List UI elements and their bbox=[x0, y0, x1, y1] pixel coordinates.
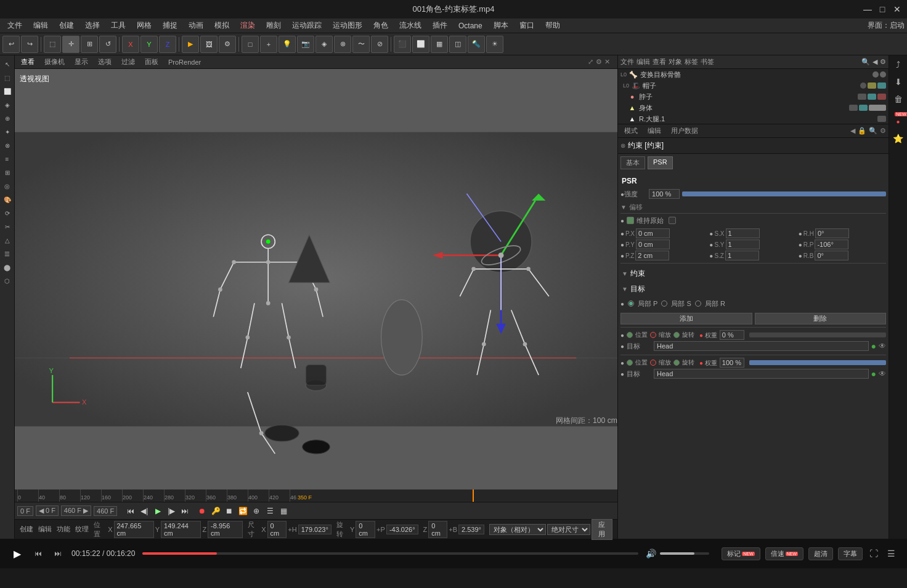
size-y[interactable]: 0 cm bbox=[356, 521, 375, 538]
timeline-ruler[interactable]: 0 40 80 120 160 200 240 280 320 360 380 … bbox=[15, 489, 617, 502]
z-axis[interactable]: Z bbox=[159, 36, 176, 53]
play-pause-button[interactable]: ▶ bbox=[10, 546, 25, 561]
left-tool-14[interactable]: △ bbox=[1, 234, 14, 246]
window-controls[interactable]: — □ ✕ bbox=[863, 4, 902, 14]
menu-animate[interactable]: 动画 bbox=[184, 19, 208, 32]
maintain-orig-checkbox2[interactable] bbox=[669, 217, 676, 224]
scale-tool[interactable]: ⊞ bbox=[81, 36, 98, 53]
weight1-slider[interactable] bbox=[749, 332, 886, 337]
tab-function[interactable]: 功能 bbox=[57, 525, 70, 534]
coord-mode-select[interactable]: 对象（相对） bbox=[489, 524, 546, 535]
menu-simulate[interactable]: 模拟 bbox=[209, 19, 234, 32]
obj-row-skeleton[interactable]: L0 🦴 变换目标骨骼 bbox=[618, 69, 889, 80]
prop-tab-mode[interactable]: 模式 bbox=[620, 125, 641, 137]
tab-create[interactable]: 创建 bbox=[20, 525, 33, 534]
download-icon[interactable]: ⬇ bbox=[892, 75, 905, 89]
settings-button[interactable]: ☰ bbox=[885, 547, 897, 560]
input-rh[interactable] bbox=[815, 228, 849, 238]
target2-eye-icon[interactable]: 👁 bbox=[879, 369, 886, 378]
close-viewport-icon[interactable]: ✕ bbox=[604, 58, 610, 66]
expand-icon[interactable]: ⤢ bbox=[588, 58, 593, 66]
view-btn3[interactable]: ▦ bbox=[431, 36, 448, 53]
target1-val[interactable]: Head bbox=[654, 341, 868, 351]
input-sy[interactable] bbox=[726, 240, 760, 249]
view-btn5[interactable]: 🔦 bbox=[468, 36, 485, 53]
local-r-radio[interactable] bbox=[695, 300, 701, 307]
input-sz[interactable] bbox=[725, 251, 759, 260]
obj-header-tag[interactable]: 标签 bbox=[685, 57, 698, 66]
input-py[interactable] bbox=[636, 240, 670, 249]
weight2-slider[interactable] bbox=[749, 360, 886, 365]
obj-row-body[interactable]: ▲ 身体 bbox=[618, 102, 889, 113]
weight2-val[interactable]: 100 % bbox=[720, 358, 744, 368]
extra-btn3[interactable]: ▦ bbox=[277, 505, 290, 517]
strength-value[interactable]: 100 % bbox=[649, 189, 680, 199]
menu-create[interactable]: 创建 bbox=[54, 19, 79, 32]
menu-pipeline[interactable]: 流水线 bbox=[394, 19, 426, 32]
extra-btn1[interactable]: ⊕ bbox=[250, 505, 262, 517]
left-tool-15[interactable]: ☰ bbox=[1, 248, 14, 260]
input-rb[interactable] bbox=[815, 251, 848, 260]
left-tool-1[interactable]: ↖ bbox=[1, 58, 14, 70]
frame-end[interactable]: 460 F ▶ bbox=[61, 505, 91, 516]
cam-tool[interactable]: 📷 bbox=[297, 36, 314, 53]
prev-frame-button[interactable]: ⏮ bbox=[32, 547, 44, 560]
add-obj[interactable]: + bbox=[260, 36, 277, 53]
key-btn[interactable]: 🔑 bbox=[209, 505, 222, 517]
left-tool-6[interactable]: ✦ bbox=[1, 126, 14, 138]
quality-button[interactable]: 超清 bbox=[808, 547, 833, 560]
record-btn[interactable]: ⏺ bbox=[196, 505, 208, 517]
left-tool-5[interactable]: ⊕ bbox=[1, 112, 14, 124]
star-icon[interactable]: ⭐ bbox=[892, 132, 905, 145]
obj-header-bookmark[interactable]: 书签 bbox=[701, 57, 714, 66]
y-axis[interactable]: Y bbox=[140, 36, 158, 53]
weight1-val[interactable]: 0 % bbox=[720, 330, 744, 340]
left-tool-17[interactable]: ⬡ bbox=[1, 275, 14, 287]
input-sx[interactable] bbox=[726, 228, 760, 238]
left-tool-2[interactable]: ⬚ bbox=[1, 71, 14, 84]
prop-search-icon[interactable]: 🔍 bbox=[869, 127, 877, 135]
pos-check2[interactable] bbox=[627, 360, 633, 366]
loop-btn[interactable]: 🔁 bbox=[237, 505, 249, 517]
maximize-button[interactable]: □ bbox=[877, 4, 887, 14]
left-tool-8[interactable]: ≡ bbox=[1, 153, 14, 165]
mat-tool[interactable]: ◈ bbox=[315, 36, 333, 53]
left-tool-11[interactable]: 🎨 bbox=[1, 193, 14, 206]
menu-window[interactable]: 窗口 bbox=[515, 19, 539, 32]
obj-row-thigh[interactable]: ▲ R.大腿.1 bbox=[618, 113, 889, 124]
rot-check2[interactable] bbox=[673, 360, 680, 366]
menu-select[interactable]: 选择 bbox=[80, 19, 105, 32]
move-tool[interactable]: ✛ bbox=[62, 36, 79, 53]
pos-check1[interactable] bbox=[627, 332, 633, 338]
settings-icon[interactable]: ⚙ bbox=[596, 58, 602, 66]
light-tool[interactable]: 💡 bbox=[279, 36, 296, 53]
rot-h[interactable]: 179.023° bbox=[298, 525, 331, 534]
obj-header-view[interactable]: 查看 bbox=[653, 57, 666, 66]
menu-tools[interactable]: 工具 bbox=[106, 19, 131, 32]
tab-filter[interactable]: 过滤 bbox=[118, 57, 139, 66]
tab-display[interactable]: 显示 bbox=[71, 57, 92, 66]
input-rp[interactable] bbox=[815, 240, 848, 249]
menu-edit[interactable]: 编辑 bbox=[28, 19, 53, 32]
minimize-button[interactable]: — bbox=[863, 4, 872, 14]
obj-search-icon[interactable]: 🔍 bbox=[861, 58, 870, 66]
target2-green-icon[interactable]: ● bbox=[871, 369, 876, 379]
stop-btn[interactable]: ⏹ bbox=[223, 505, 235, 517]
menu-help[interactable]: 帮助 bbox=[540, 19, 565, 32]
local-s-radio[interactable] bbox=[661, 300, 667, 307]
frame-prev[interactable]: ◀ 0 F bbox=[36, 505, 59, 516]
input-pz[interactable] bbox=[635, 251, 669, 260]
size-z[interactable]: 0 cm bbox=[428, 521, 447, 538]
undo-button[interactable]: ↩ bbox=[2, 36, 20, 53]
pos-z[interactable]: -8.956 cm bbox=[208, 521, 243, 538]
rot-check1[interactable] bbox=[673, 332, 680, 338]
tab-view[interactable]: 查看 bbox=[17, 57, 38, 66]
menu-scripts[interactable]: 脚本 bbox=[489, 19, 513, 32]
menu-sculpt[interactable]: 雕刻 bbox=[261, 19, 286, 32]
menu-octane[interactable]: Octane bbox=[453, 20, 487, 31]
nurbs-tool[interactable]: ⊘ bbox=[371, 36, 388, 53]
menu-mograph[interactable]: 运动图形 bbox=[328, 19, 367, 32]
size-mode-select[interactable]: 绝对尺寸 bbox=[547, 524, 590, 535]
left-tool-16[interactable]: ⬤ bbox=[1, 261, 14, 273]
size-x[interactable]: 0 cm bbox=[267, 521, 287, 538]
